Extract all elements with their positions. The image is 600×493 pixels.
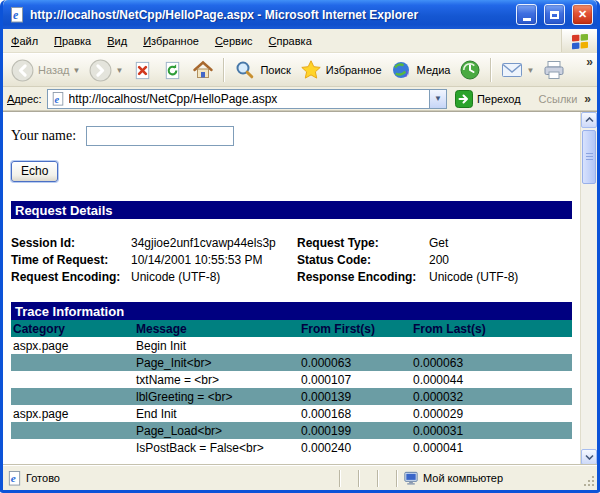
trace-table-row: lblGreeting = <br>0.0001390.000032	[11, 388, 572, 405]
scrollbar-grip-icon	[586, 153, 593, 161]
request-details-grid: Session Id: 34gjioe2unf1cvawp44els3p Req…	[11, 235, 572, 286]
trace-cell-category	[11, 422, 134, 439]
browser-window: e http://localhost/NetCpp/HelloPage.aspx…	[0, 0, 600, 493]
name-label: Your name:	[11, 128, 76, 144]
svg-text:e: e	[54, 93, 59, 104]
trace-cell-message: lblGreeting = <br>	[134, 388, 299, 405]
toolbar-separator	[490, 58, 492, 82]
mail-dropdown-icon[interactable]: ▼	[526, 66, 534, 75]
mail-button[interactable]: ▼	[497, 59, 538, 81]
trace-cell-category	[11, 439, 134, 456]
chevron-up-icon	[585, 117, 594, 123]
links-toolbar-label[interactable]: Ссылки	[529, 93, 580, 105]
trace-table: CategoryMessageFrom First(s)From Last(s)…	[11, 320, 572, 456]
trace-cell-message: IsPostBack = False<br>	[134, 439, 299, 456]
media-button[interactable]: ♪Медиа	[387, 57, 455, 83]
scrollbar-track[interactable]	[581, 184, 597, 449]
menu-item-favorites[interactable]: Избранное	[135, 29, 207, 52]
svg-text:♪: ♪	[403, 66, 409, 80]
detail-label: Time of Request:	[11, 252, 131, 269]
resize-grip[interactable]	[581, 470, 595, 487]
ie-page-icon-status: e	[7, 471, 22, 486]
menu-item-file[interactable]: Файл	[3, 29, 46, 52]
menu-item-view[interactable]: Вид	[99, 29, 135, 52]
title-bar: e http://localhost/NetCpp/HelloPage.aspx…	[3, 0, 597, 29]
trace-cell-from-first: 0.000240	[299, 439, 411, 456]
trace-cell-message: End Init	[134, 405, 299, 422]
search-icon	[234, 59, 256, 81]
history-button[interactable]	[455, 57, 485, 83]
links-overflow-chevron[interactable]: »	[584, 92, 593, 106]
trace-column-header: Message	[134, 320, 299, 337]
trace-cell-from-last: 0.000029	[411, 405, 572, 422]
trace-information-section: Trace Information CategoryMessageFrom Fi…	[11, 302, 572, 456]
status-bar: e Готово Мой компьютер	[3, 465, 597, 490]
status-message-pane: e Готово	[7, 471, 339, 486]
forward-button[interactable]: ▼	[85, 57, 127, 84]
back-button[interactable]: Назад▼	[7, 57, 84, 84]
trace-table-row: Page_Init<br>0.0000630.000063	[11, 354, 572, 371]
favorites-label: Избранное	[326, 64, 382, 76]
home-icon	[192, 59, 214, 81]
detail-value: 200	[429, 252, 572, 269]
forward-dropdown-icon[interactable]: ▼	[115, 66, 123, 75]
trace-cell-from-last: 0.000041	[411, 439, 572, 456]
stop-icon	[132, 60, 153, 81]
address-url-text[interactable]: http://localhost/NetCpp/HelloPage.aspx	[69, 92, 425, 106]
detail-value: Unicode (UTF-8)	[429, 269, 572, 286]
trace-table-row: IsPostBack = False<br>0.0002400.000041	[11, 439, 572, 456]
detail-value: 10/14/2001 10:55:53 PM	[131, 252, 297, 269]
close-button[interactable]: ✕	[572, 4, 593, 25]
web-page: Your name: Echo Request Details Session …	[3, 112, 580, 465]
print-icon	[543, 60, 565, 80]
name-input[interactable]	[86, 126, 234, 146]
vertical-scrollbar[interactable]	[580, 112, 597, 465]
address-bar: Адрес: e http://localhost/NetCpp/HelloPa…	[3, 87, 597, 111]
trace-column-header: From First(s)	[299, 320, 411, 337]
status-pane	[358, 470, 377, 487]
trace-table-row: txtName = <br>0.0001070.000044	[11, 371, 572, 388]
trace-header-row: CategoryMessageFrom First(s)From Last(s)	[11, 320, 572, 337]
detail-label: Request Encoding:	[11, 269, 131, 286]
media-label: Медиа	[417, 64, 451, 76]
favorites-icon	[300, 59, 322, 81]
address-input[interactable]: e http://localhost/NetCpp/HelloPage.aspx…	[47, 89, 447, 109]
menu-item-tools[interactable]: Сервис	[207, 29, 261, 52]
refresh-button[interactable]	[158, 58, 187, 83]
scroll-up-button[interactable]	[581, 112, 597, 128]
scrollbar-thumb[interactable]	[582, 130, 596, 184]
trace-information-header: Trace Information	[11, 302, 572, 320]
detail-label: Request Type:	[297, 235, 429, 252]
trace-cell-from-first: 0.000168	[299, 405, 411, 422]
content-area: Your name: Echo Request Details Session …	[3, 111, 597, 465]
back-icon	[11, 59, 34, 82]
go-button[interactable]: Переход	[452, 90, 524, 108]
home-button[interactable]	[188, 57, 218, 83]
maximize-button[interactable]	[544, 4, 565, 25]
toolbar-overflow-chevron[interactable]: »	[586, 55, 593, 69]
trace-cell-from-last: 0.000063	[411, 354, 572, 371]
trace-cell-from-last	[411, 337, 572, 354]
trace-cell-category: aspx.page	[11, 337, 134, 354]
media-icon: ♪	[391, 59, 413, 81]
address-dropdown-button[interactable]: ▼	[429, 90, 446, 108]
back-dropdown-icon[interactable]: ▼	[73, 66, 81, 75]
request-details-header: Request Details	[11, 201, 572, 219]
maximize-icon	[550, 11, 559, 19]
menu-item-help[interactable]: Справка	[261, 29, 320, 52]
minimize-button[interactable]	[516, 4, 537, 25]
toolbar-separator	[223, 58, 225, 82]
trace-cell-from-first: 0.000107	[299, 371, 411, 388]
stop-button[interactable]	[128, 58, 157, 83]
favorites-button[interactable]: Избранное	[296, 57, 386, 83]
trace-cell-category: aspx.page	[11, 405, 134, 422]
menu-item-edit[interactable]: Правка	[46, 29, 99, 52]
search-button[interactable]: Поиск	[230, 57, 294, 83]
detail-label: Session Id:	[11, 235, 131, 252]
trace-table-row: aspx.pageBegin Init	[11, 337, 572, 354]
trace-cell-message: txtName = <br>	[134, 371, 299, 388]
scroll-down-button[interactable]	[581, 449, 597, 465]
echo-button[interactable]: Echo	[11, 161, 58, 182]
print-button[interactable]	[539, 58, 569, 82]
refresh-icon	[162, 60, 183, 81]
